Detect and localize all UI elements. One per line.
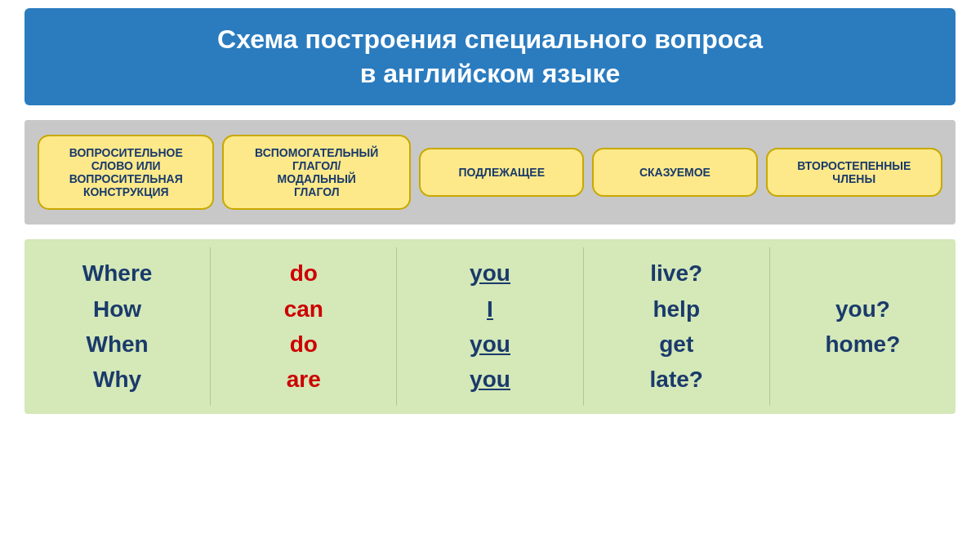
example-subjects: youIyouyou [470,256,510,398]
examples-col-aux-verbs: docandoare [211,247,397,406]
example-aux: docandoare [284,256,323,398]
schema-label-4: СКАЗУЕМОЕ [639,166,710,179]
examples-col-subjects: youIyouyou [397,247,583,406]
example-where: WhereHowWhenWhy [82,256,153,398]
schema-box-subject: ПОДЛЕЖАЩЕЕ [419,148,584,197]
schema-box-predicate: СКАЗУЕМОЕ [592,148,757,197]
title-text: Схема построения специального вопроса в … [41,23,939,91]
schema-box-auxiliary-verb: ВСПОМОГАТЕЛЬНЫЙ ГЛАГОЛ/ МОДАЛЬНЫЙ ГЛАГОЛ [222,135,411,210]
schema-label-5: ВТОРОСТЕПЕННЫЕ ЧЛЕНЫ [797,159,911,185]
examples-col-secondary: you?home? [770,247,956,406]
examples-section: WhereHowWhenWhy docandoare youIyouyou li… [24,239,956,414]
title-banner: Схема построения специального вопроса в … [24,8,956,105]
title-line1: Схема построения специального вопроса [217,24,763,54]
schema-box-question-word: ВОПРОСИТЕЛЬНОЕ СЛОВО ИЛИ ВОПРОСИТЕЛЬНАЯ … [38,135,214,210]
example-predicates: live?helpgetlate? [650,256,703,398]
example-secondary: you?home? [826,256,901,398]
schema-label-2: ВСПОМОГАТЕЛЬНЫЙ ГЛАГОЛ/ МОДАЛЬНЫЙ ГЛАГОЛ [255,146,378,198]
title-line2: в английском языке [360,59,621,88]
examples-col-question-words: WhereHowWhenWhy [24,247,211,406]
schema-box-secondary-members: ВТОРОСТЕПЕННЫЕ ЧЛЕНЫ [766,148,942,197]
schema-label-3: ПОДЛЕЖАЩЕЕ [458,166,545,179]
schema-section: ВОПРОСИТЕЛЬНОЕ СЛОВО ИЛИ ВОПРОСИТЕЛЬНАЯ … [24,120,956,225]
schema-label-1: ВОПРОСИТЕЛЬНОЕ СЛОВО ИЛИ ВОПРОСИТЕЛЬНАЯ … [69,146,183,198]
page-wrapper: Схема построения специального вопроса в … [0,0,980,547]
examples-col-predicates: live?helpgetlate? [584,247,770,406]
